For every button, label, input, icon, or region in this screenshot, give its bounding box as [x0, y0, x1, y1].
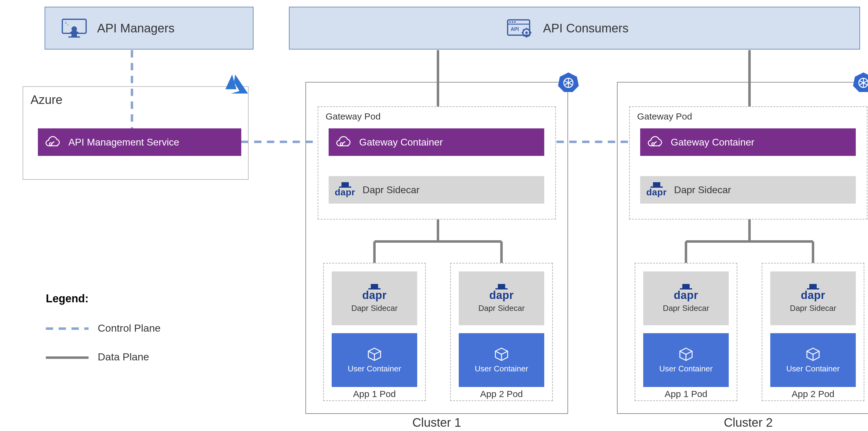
azure-logo-icon [222, 74, 249, 95]
dapr-word: dapr [489, 289, 514, 302]
dapr-word: dapr [674, 289, 698, 302]
dapr-sidecar-bar-1: dapr Dapr Sidecar [329, 176, 544, 204]
svg-point-24 [514, 21, 516, 23]
app2-dapr-cluster1: dapr Dapr Sidecar [459, 271, 544, 325]
api-management-service: API Management Service [38, 128, 241, 156]
api-managers-header: >_ API Managers [44, 7, 253, 50]
dapr-sidecar-1-label: Dapr Sidecar [363, 184, 420, 196]
app1-user-container-cluster2: User Container [643, 333, 729, 387]
cloud-icon [646, 136, 663, 148]
cube-icon [679, 347, 693, 362]
cluster1-label: Cluster 1 [305, 416, 568, 429]
app2-dapr-cluster2: dapr Dapr Sidecar [770, 271, 856, 325]
cube-icon [806, 347, 820, 362]
app1-dapr-cluster2: dapr Dapr Sidecar [643, 271, 729, 325]
app1-pod-label-cluster1: App 1 Pod [323, 389, 426, 399]
app1-dapr-cluster1: dapr Dapr Sidecar [332, 271, 417, 325]
app2-user-label-c2: User Container [786, 364, 840, 374]
svg-point-22 [509, 21, 511, 23]
legend-data-label: Data Plane [98, 351, 149, 363]
app1-pod-label-cluster2: App 1 Pod [635, 389, 737, 399]
kubernetes-icon [558, 71, 579, 93]
dapr-word: dapr [801, 289, 825, 302]
app2-pod-label-cluster1: App 2 Pod [450, 389, 553, 399]
cube-icon [367, 347, 382, 362]
svg-point-38 [50, 143, 52, 145]
cloud-icon [335, 136, 352, 148]
dapr-word: dapr [362, 289, 387, 302]
app2-user-container-cluster2: User Container [770, 333, 856, 387]
gateway-container-1: Gateway Container [329, 128, 544, 156]
dapr-sidecar-2-label: Dapr Sidecar [674, 184, 731, 196]
svg-line-34 [523, 35, 524, 36]
svg-point-60 [652, 143, 654, 145]
svg-point-27 [525, 31, 528, 34]
gateway-container-1-label: Gateway Container [359, 137, 443, 148]
gateway-container-2-label: Gateway Container [671, 137, 754, 148]
svg-rect-16 [71, 34, 77, 36]
svg-line-32 [523, 29, 524, 31]
svg-text:API: API [511, 27, 519, 32]
svg-rect-17 [68, 36, 80, 37]
legend-title: Legend: [46, 292, 89, 305]
svg-line-35 [529, 29, 530, 31]
svg-marker-52 [853, 73, 868, 92]
azure-region-label: Azure [31, 93, 63, 107]
app1-user-container-cluster1: User Container [332, 333, 417, 387]
api-managers-label: API Managers [97, 21, 175, 35]
manager-monitor-icon: >_ [60, 18, 88, 39]
dapr-hat-icon [498, 284, 505, 288]
gateway-container-2: Gateway Container [640, 128, 856, 156]
svg-line-33 [529, 35, 530, 36]
app2-dapr-label-c2: Dapr Sidecar [790, 304, 836, 313]
gateway-pod-2-label: Gateway Pod [637, 111, 692, 122]
app2-user-container-cluster1: User Container [459, 333, 544, 387]
dapr-logo-icon: dapr [646, 182, 667, 198]
cloud-icon [44, 136, 61, 148]
gateway-pod-1-label: Gateway Pod [326, 111, 380, 122]
app2-dapr-label: Dapr Sidecar [478, 304, 525, 313]
dapr-sidecar-bar-2: dapr Dapr Sidecar [640, 176, 856, 204]
dapr-hat-icon [682, 284, 690, 288]
dapr-hat-icon [809, 284, 817, 288]
api-consumers-header: API API Consumers [289, 7, 860, 50]
dapr-hat-icon [371, 284, 378, 288]
api-browser-gear-icon: API [506, 18, 534, 39]
legend-control-label: Control Plane [98, 322, 161, 334]
api-mgmt-label: API Management Service [68, 137, 179, 148]
app2-user-label: User Container [475, 364, 528, 374]
cube-icon [494, 347, 509, 362]
dapr-logo-icon: dapr [335, 182, 355, 198]
svg-point-23 [512, 21, 514, 23]
svg-point-47 [340, 143, 343, 145]
app2-pod-label-cluster2: App 2 Pod [762, 389, 864, 399]
svg-text:>_: >_ [65, 21, 69, 25]
cluster2-label: Cluster 2 [617, 416, 868, 429]
app1-user-label-c2: User Container [659, 364, 713, 374]
kubernetes-icon [853, 71, 868, 93]
app1-user-label: User Container [348, 364, 401, 374]
api-consumers-label: API Consumers [543, 21, 628, 35]
app1-dapr-label-c2: Dapr Sidecar [663, 304, 709, 313]
app1-dapr-label: Dapr Sidecar [351, 304, 398, 313]
